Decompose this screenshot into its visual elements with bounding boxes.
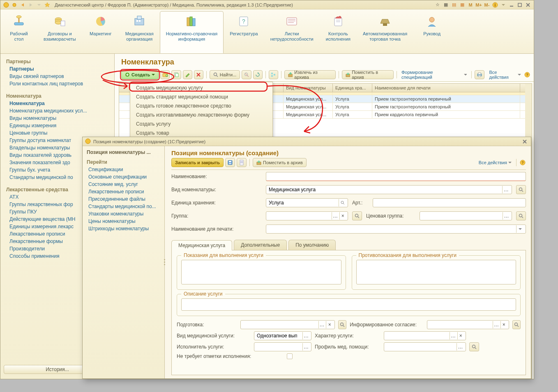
clear-icon[interactable]: ×: [500, 321, 507, 328]
mem-mminus[interactable]: M-: [484, 2, 490, 8]
indications-text[interactable]: [181, 260, 341, 284]
dialog-tab[interactable]: Дополнительные: [234, 240, 287, 250]
profile-input[interactable]: …: [384, 342, 466, 351]
section-tab[interactable]: Медицинская организация: [119, 11, 160, 53]
nomark-checkbox[interactable]: [287, 353, 293, 359]
tb-calendar-icon[interactable]: ▦: [459, 2, 466, 8]
pricegroup-lookup-icon[interactable]: [516, 211, 526, 220]
nav-fwd-menu-icon[interactable]: [36, 2, 42, 8]
ellipsis-icon[interactable]: …: [318, 321, 325, 328]
section-tab[interactable]: Нормативно-справочная информация: [160, 11, 224, 53]
dlg-archive-button[interactable]: Поместить в архив: [253, 158, 307, 167]
help-menu-icon[interactable]: [500, 2, 507, 8]
nav-fwd-icon[interactable]: [28, 2, 34, 8]
tb-grid-icon[interactable]: ▦: [443, 2, 449, 8]
refresh-button[interactable]: [253, 70, 263, 79]
dialog-nav-link[interactable]: Состояние мед. услуг: [83, 181, 164, 188]
dropdown-item[interactable]: Создать товар: [130, 128, 272, 138]
nav-link[interactable]: Виды связей партнеров: [0, 73, 114, 80]
pricegroup-input[interactable]: …: [420, 211, 512, 220]
ellipsis-icon[interactable]: …: [450, 332, 456, 339]
column-header[interactable]: Наименование для печати: [372, 84, 520, 92]
section-tab[interactable]: Рабочий стол: [0, 11, 37, 53]
dialog-nav-link[interactable]: Цены номенклатуры: [83, 218, 164, 225]
performer-input[interactable]: …: [254, 342, 311, 351]
section-tab[interactable]: Договоры и взаиморасчеты: [37, 11, 82, 53]
ellipsis-icon[interactable]: …: [502, 186, 510, 193]
dropdown-item[interactable]: Создать медицинскую услугу: [130, 83, 272, 92]
save-button[interactable]: [225, 158, 235, 167]
nav-link[interactable]: Партнеры: [0, 65, 114, 73]
clear-find-button[interactable]: [242, 70, 251, 79]
new-folder-button[interactable]: [160, 70, 170, 79]
consent-input[interactable]: …×: [427, 320, 509, 329]
group-lookup-icon[interactable]: [352, 211, 362, 220]
clear-icon[interactable]: ×: [457, 332, 464, 339]
dlg-all-actions[interactable]: Все действия: [477, 160, 513, 165]
ellipsis-icon[interactable]: …: [503, 212, 510, 220]
mem-mplus[interactable]: M+: [475, 2, 482, 8]
dialog-tab[interactable]: По умолчанию: [288, 240, 336, 250]
help-icon[interactable]: ?: [519, 159, 526, 166]
dialog-splitter[interactable]: [162, 147, 167, 377]
find-button[interactable]: Найти...: [210, 70, 240, 79]
dialog-nav-link[interactable]: Присоединенные файлы: [83, 195, 164, 203]
tb-calc-icon[interactable]: ▤: [451, 2, 457, 8]
dialog-close-icon[interactable]: [521, 138, 528, 145]
profile-lookup-icon[interactable]: [469, 342, 479, 351]
dropdown-icon[interactable]: [11, 2, 18, 8]
dialog-nav-link[interactable]: Штрихкоды номенклатуры: [83, 225, 164, 232]
char-input[interactable]: …×: [384, 331, 466, 340]
nav-link[interactable]: Виды номенклатуры: [0, 115, 114, 122]
prep-input[interactable]: …×: [240, 320, 335, 329]
archive-button[interactable]: Поместить в архив: [342, 70, 394, 79]
fav-add-icon[interactable]: ☆: [434, 2, 441, 8]
consent-lookup-icon[interactable]: [512, 320, 521, 329]
win-max-icon[interactable]: [516, 2, 523, 8]
dialog-nav-link[interactable]: Упаковки номенклатуры: [83, 210, 164, 218]
chevron-down-icon[interactable]: [516, 225, 524, 233]
nav-link[interactable]: Роли контактных лиц партнеров: [0, 80, 114, 87]
print-button[interactable]: [475, 70, 484, 79]
form-button[interactable]: [237, 158, 247, 167]
mem-m[interactable]: M: [467, 2, 474, 8]
section-tab[interactable]: Маркетинг: [82, 11, 119, 53]
column-header[interactable]: Вид номенклатуры: [284, 84, 333, 92]
dialog-nav-link[interactable]: Спецификации: [83, 166, 164, 173]
win-min-icon[interactable]: [508, 2, 515, 8]
section-tab[interactable]: Листки нетрудоспособности: [264, 11, 320, 53]
ellipsis-icon[interactable]: …: [457, 343, 464, 351]
extract-button[interactable]: Извлечь из архива: [284, 70, 336, 79]
med-kind-input[interactable]: …: [254, 331, 311, 340]
unit-input[interactable]: [266, 198, 348, 207]
nav-link[interactable]: Номенклатура медицинских усл...: [0, 107, 114, 115]
kind-input[interactable]: …: [266, 185, 512, 194]
group-input[interactable]: …×: [266, 211, 348, 220]
ellipsis-icon[interactable]: …: [302, 332, 309, 339]
art-input[interactable]: [373, 198, 526, 207]
nav-link[interactable]: Ценовые группы: [0, 129, 114, 137]
dialog-tab[interactable]: Медицинская услуга: [171, 240, 232, 250]
favorite-star-icon[interactable]: [44, 2, 51, 8]
spec-menu[interactable]: Формирование спецификаций: [400, 70, 468, 80]
dropdown-item[interactable]: Создать услугу: [130, 119, 272, 128]
ellipsis-icon[interactable]: …: [493, 321, 499, 328]
column-header[interactable]: Единица хра...: [333, 84, 372, 92]
nav-link[interactable]: Номенклатура: [0, 100, 114, 107]
search-icon[interactable]: [339, 199, 346, 206]
kind-lookup-icon[interactable]: [516, 185, 526, 194]
printname-input[interactable]: [266, 225, 526, 234]
dialog-nav-link[interactable]: Стандарты медицинской по...: [83, 203, 164, 210]
help-icon[interactable]: ?: [524, 71, 530, 78]
desc-text[interactable]: [181, 298, 516, 311]
dropdown-item[interactable]: Создать изготавливаемую лекарственную фо…: [130, 110, 272, 119]
save-close-button[interactable]: Записать и закрыть: [171, 158, 224, 167]
prep-lookup-icon[interactable]: [338, 320, 346, 329]
dropdown-item[interactable]: Создать стандарт медицинской помощи: [130, 92, 272, 101]
tree-mode-button[interactable]: [269, 70, 278, 79]
all-actions-menu[interactable]: Все действия: [488, 70, 523, 80]
create-button[interactable]: Создать: [121, 70, 159, 79]
dialog-nav-link[interactable]: Лекарственные прописи: [83, 188, 164, 195]
clear-icon[interactable]: ×: [339, 212, 346, 220]
dialog-nav-link[interactable]: Основные спецификации: [83, 173, 164, 181]
